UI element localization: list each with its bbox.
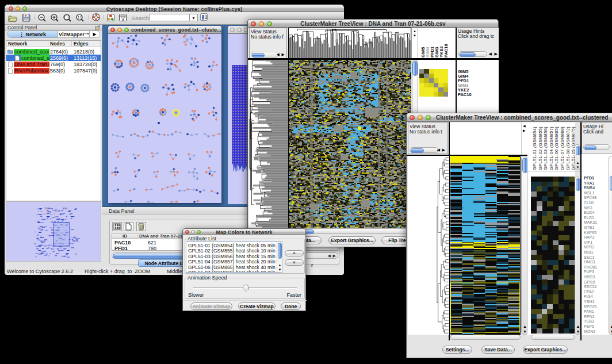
svg-text:1:1: 1:1 <box>78 16 82 19</box>
